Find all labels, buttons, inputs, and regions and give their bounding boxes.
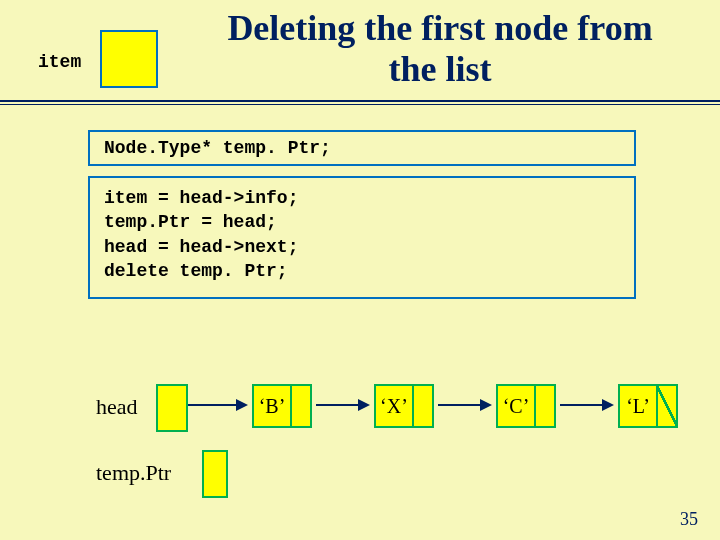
tempptr-box	[202, 450, 228, 498]
node-x-value: ‘X’	[374, 384, 414, 428]
code-declaration: Node.Type* temp. Ptr;	[88, 130, 636, 166]
title-line-2: the list	[389, 49, 492, 89]
node-b-next	[292, 384, 312, 428]
node-b-value: ‘B’	[252, 384, 292, 428]
node-x-next	[414, 384, 434, 428]
node-x: ‘X’	[374, 384, 434, 428]
code-line-4: delete temp. Ptr;	[104, 259, 620, 283]
item-label: item	[38, 52, 81, 72]
page-number: 35	[680, 509, 698, 530]
head-pointer-box	[156, 384, 188, 432]
arrow-head-to-b	[188, 404, 246, 406]
head-label: head	[96, 394, 138, 420]
title-line-1: Deleting the first node from	[227, 8, 652, 48]
node-l-value: ‘L’	[618, 384, 658, 428]
node-l-next-null	[658, 384, 678, 428]
node-c-value: ‘C’	[496, 384, 536, 428]
arrow-x-to-c	[438, 404, 490, 406]
node-c: ‘C’	[496, 384, 556, 428]
node-b: ‘B’	[252, 384, 312, 428]
linked-list-diagram: head ‘B’ ‘X’ ‘C’ ‘L’	[96, 380, 690, 440]
arrow-b-to-x	[316, 404, 368, 406]
node-c-next	[536, 384, 556, 428]
tempptr-label: temp.Ptr	[96, 460, 171, 486]
code-line-2: temp.Ptr = head;	[104, 210, 620, 234]
code-line-3: head = head->next;	[104, 235, 620, 259]
code-listing: Node.Type* temp. Ptr; item = head->info;…	[88, 130, 636, 299]
code-body: item = head->info; temp.Ptr = head; head…	[88, 176, 636, 299]
arrow-c-to-l	[560, 404, 612, 406]
item-value-box	[100, 30, 158, 88]
title-underline-1	[0, 100, 720, 102]
code-line-1: item = head->info;	[104, 186, 620, 210]
title-underline-2	[0, 104, 720, 105]
slide-title: Deleting the first node from the list	[160, 8, 720, 91]
node-l: ‘L’	[618, 384, 678, 428]
